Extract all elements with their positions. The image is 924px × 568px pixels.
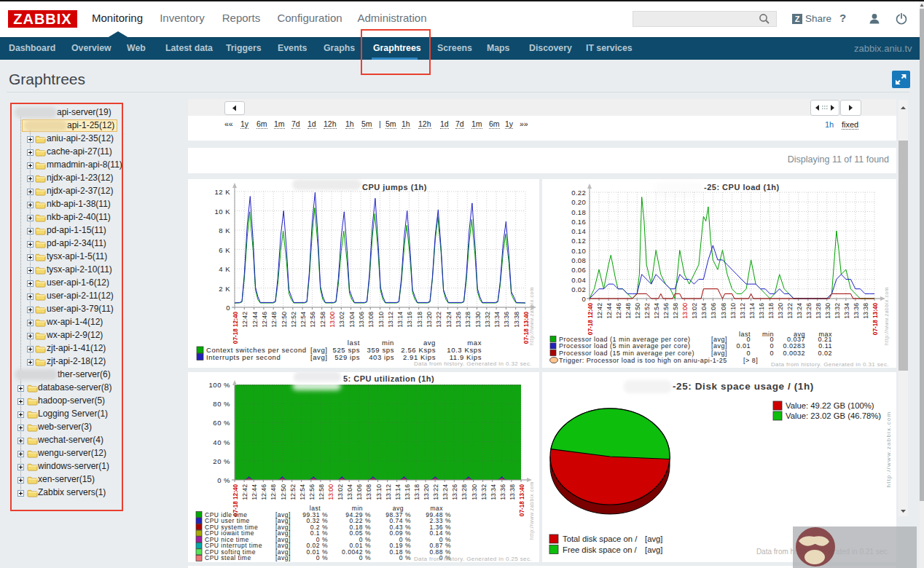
svg-text:0.16: 0.16 (571, 218, 586, 226)
svg-text:12:58: 12:58 (319, 312, 326, 328)
svg-text:13:18: 13:18 (767, 303, 775, 319)
svg-text:13:36: 13:36 (853, 303, 860, 319)
svg-text:[avg]: [avg] (711, 342, 727, 350)
svg-text:12:42: 12:42 (241, 312, 248, 328)
svg-text:12:48: 12:48 (270, 484, 277, 500)
svg-text:0.0283: 0.0283 (783, 342, 805, 350)
svg-text:0.11: 0.11 (818, 342, 832, 350)
svg-text:Data from history. Generated i: Data from history. Generated in 0.31 sec… (771, 361, 889, 368)
svg-text:[avg]: [avg] (711, 350, 727, 357)
svg-text:40 %: 40 % (213, 438, 230, 446)
svg-text:12:54: 12:54 (299, 484, 306, 500)
svg-text:0.06: 0.06 (571, 266, 586, 274)
svg-text:11.9 Kips: 11.9 Kips (450, 353, 482, 361)
svg-text:12:56: 12:56 (309, 312, 316, 328)
svg-text:Data from history. Generated i: Data from history. Generated in 0.25 sec… (414, 556, 532, 562)
svg-text:13:08: 13:08 (720, 303, 727, 319)
svg-text:12:58: 12:58 (672, 303, 679, 319)
svg-text:http://www.zabbix.com: http://www.zabbix.com (529, 287, 535, 345)
svg-text:529 ips: 529 ips (334, 353, 360, 361)
svg-text:13:24: 13:24 (796, 303, 803, 319)
svg-text:13:14: 13:14 (394, 484, 402, 500)
svg-text:0.14: 0.14 (571, 227, 586, 235)
svg-text:0: 0 (770, 342, 774, 350)
svg-text:403 ips: 403 ips (369, 353, 394, 361)
svg-text:0.10: 0.10 (571, 247, 586, 255)
svg-text:http://www.zabbix.com: http://www.zabbix.com (885, 411, 892, 488)
svg-text:12:50: 12:50 (634, 303, 641, 319)
svg-text:http://www.zabbix.com: http://www.zabbix.com (529, 481, 535, 540)
svg-text:0: 0 (226, 304, 230, 312)
svg-text:13:36: 13:36 (499, 484, 506, 500)
svg-text:Value: 23.02 GB (46.78%): Value: 23.02 GB (46.78%) (786, 411, 881, 420)
svg-text:60 %: 60 % (213, 419, 230, 427)
svg-text:13:22: 13:22 (432, 484, 439, 500)
svg-text:13:30: 13:30 (474, 312, 482, 328)
svg-text:Trigger: Processor load is too: Trigger: Processor load is too high on a… (559, 357, 727, 364)
svg-text:13:00: 13:00 (329, 312, 336, 328)
svg-text:0.18: 0.18 (571, 208, 586, 216)
svg-text:13:36: 13:36 (503, 312, 510, 328)
svg-text:12:44: 12:44 (251, 312, 259, 328)
svg-text:13:16: 13:16 (406, 312, 413, 328)
svg-text:Value: 49.22 GB (100%): Value: 49.22 GB (100%) (786, 401, 874, 410)
svg-text:12:42: 12:42 (241, 484, 248, 500)
svg-text:13:28: 13:28 (815, 303, 822, 319)
svg-text:Processor load (15 min average: Processor load (15 min average per core) (559, 350, 694, 357)
svg-text:Total disk space on /: Total disk space on / (563, 535, 638, 543)
svg-text:[avg]: [avg] (645, 535, 663, 543)
svg-text:6 K: 6 K (219, 246, 230, 254)
svg-text:13:06: 13:06 (710, 303, 717, 319)
svg-text:[avg]: [avg] (711, 336, 727, 343)
svg-text:13:20: 13:20 (426, 312, 433, 328)
svg-text:13:14: 13:14 (396, 312, 404, 328)
svg-text:13:38: 13:38 (513, 312, 520, 328)
svg-text:13:16: 13:16 (404, 484, 411, 500)
svg-text:20 %: 20 % (213, 457, 230, 465)
svg-text:13:34: 13:34 (490, 484, 497, 500)
svg-text:12:58: 12:58 (318, 484, 325, 500)
svg-text:12:56: 12:56 (308, 484, 316, 500)
svg-text:13:32: 13:32 (834, 303, 841, 319)
svg-text:0 %: 0 % (399, 554, 411, 561)
svg-text:0.01: 0.01 (736, 342, 751, 350)
svg-text:12:48: 12:48 (270, 312, 278, 328)
svg-text:13:30: 13:30 (471, 484, 478, 500)
svg-text:[avg]: [avg] (645, 545, 663, 554)
svg-text:4 K: 4 K (219, 265, 230, 273)
svg-text:13:06: 13:06 (356, 484, 363, 500)
svg-text:8 K: 8 K (219, 226, 230, 234)
svg-text:13:00: 13:00 (681, 303, 689, 319)
svg-text:07-18 12:40: 07-18 12:40 (587, 303, 594, 336)
svg-text:13:34: 13:34 (843, 303, 850, 319)
svg-text:13:38: 13:38 (509, 484, 516, 500)
svg-text:13:22: 13:22 (786, 303, 794, 319)
svg-text:13:32: 13:32 (484, 312, 491, 328)
svg-text:[avg]: [avg] (275, 554, 291, 561)
svg-text:12:46: 12:46 (615, 303, 622, 319)
svg-text:0 %: 0 % (316, 554, 328, 561)
svg-text:Processor load (1 min average: Processor load (1 min average per core) (559, 336, 691, 343)
svg-text:13:14: 13:14 (748, 303, 756, 319)
svg-text:13:22: 13:22 (435, 312, 442, 328)
svg-text:0.08: 0.08 (571, 256, 586, 264)
svg-text:07-18 13:40: 07-18 13:40 (519, 484, 525, 517)
svg-text:13:24: 13:24 (445, 312, 453, 328)
svg-text:13:18: 13:18 (416, 312, 423, 328)
svg-text:2.91 Kips: 2.91 Kips (403, 353, 436, 361)
svg-text:13:16: 13:16 (758, 303, 765, 319)
svg-text:13:34: 13:34 (493, 312, 501, 328)
svg-text:13:10: 13:10 (729, 303, 737, 319)
svg-text:13:26: 13:26 (805, 303, 813, 319)
svg-text:0.02: 0.02 (818, 350, 832, 357)
svg-text:13:30: 13:30 (824, 303, 831, 319)
svg-text:CPU steal time: CPU steal time (205, 554, 251, 561)
svg-text:0.0032: 0.0032 (783, 350, 805, 357)
svg-text:0.037: 0.037 (787, 336, 805, 343)
svg-text:13:00: 13:00 (327, 484, 334, 500)
svg-text:Free disk space on /: Free disk space on / (563, 545, 638, 554)
svg-text:12:52: 12:52 (290, 312, 297, 328)
svg-text:0.20: 0.20 (571, 198, 586, 206)
svg-text:12:44: 12:44 (251, 484, 258, 500)
svg-text:13:26: 13:26 (455, 312, 462, 328)
